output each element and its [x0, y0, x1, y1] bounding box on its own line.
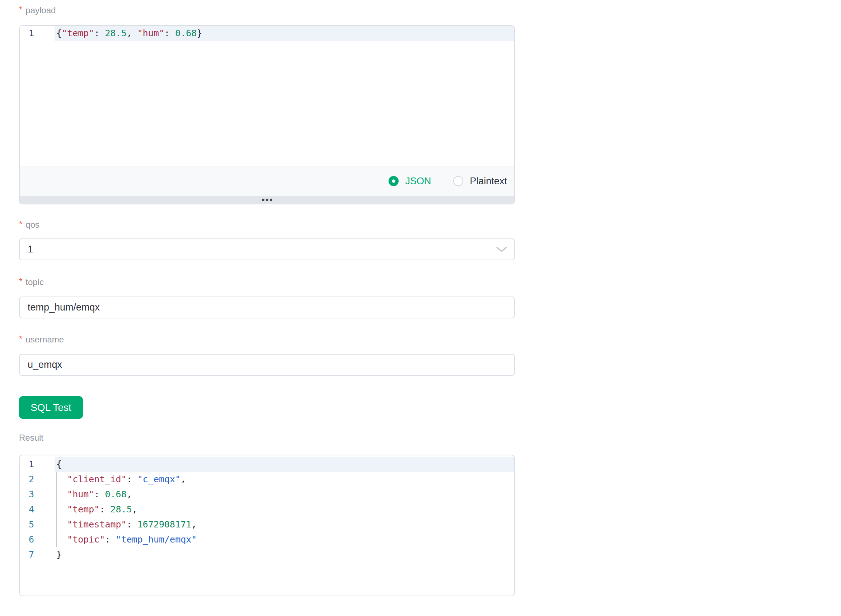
payload-format-bar: JSON Plaintext	[20, 166, 514, 196]
ellipsis-drag-handle-icon	[266, 199, 268, 201]
line-number: 6	[20, 532, 54, 547]
indent-guide	[56, 472, 57, 547]
required-mark: *	[19, 219, 22, 229]
ellipsis-drag-handle-icon	[270, 199, 272, 201]
radio-label-plaintext: Plaintext	[470, 176, 507, 187]
username-input[interactable]	[19, 354, 515, 376]
code-line: 2 "client_id": "c_emqx",	[20, 472, 514, 487]
payload-label-text: payload	[25, 5, 56, 16]
result-label: Result	[19, 433, 515, 443]
chevron-down-icon	[496, 247, 507, 252]
qos-select[interactable]: 1	[19, 238, 515, 260]
code-line: 5 "timestamp": 1672908171,	[20, 517, 514, 532]
line-number: 3	[20, 487, 54, 502]
qos-select-value: 1	[28, 244, 33, 255]
code-line: 1{	[20, 457, 514, 472]
code-line: 1{"temp": 28.5, "hum": 0.68}	[20, 26, 514, 41]
qos-label-text: qos	[25, 219, 40, 230]
required-mark: *	[19, 4, 22, 15]
radio-label-json: JSON	[405, 176, 431, 187]
payload-field-label: * payload	[19, 5, 515, 16]
payload-editor: 1{"temp": 28.5, "hum": 0.68} JSON Plaint…	[19, 25, 515, 204]
radio-unchecked-icon	[453, 176, 463, 186]
line-number: 2	[20, 472, 54, 487]
ellipsis-drag-handle-icon	[262, 199, 265, 201]
result-editor-lines[interactable]: 1{2 "client_id": "c_emqx",3 "hum": 0.68,…	[20, 455, 514, 595]
qos-field-label: * qos	[19, 219, 515, 230]
result-label-text: Result	[19, 433, 43, 443]
payload-editor-lines[interactable]: 1{"temp": 28.5, "hum": 0.68}	[20, 26, 514, 166]
line-number: 1	[20, 26, 54, 41]
username-label-text: username	[25, 334, 64, 345]
editor-resize-handle[interactable]	[20, 196, 514, 204]
topic-label-text: topic	[25, 277, 44, 287]
result-editor: 1{2 "client_id": "c_emqx",3 "hum": 0.68,…	[19, 455, 515, 596]
line-number: 7	[20, 547, 54, 562]
username-field-label: * username	[19, 334, 515, 345]
sql-test-button[interactable]: SQL Test	[19, 396, 83, 419]
code-line: 4 "temp": 28.5,	[20, 502, 514, 517]
code-line: 7}	[20, 547, 514, 562]
payload-format-plaintext-radio[interactable]: Plaintext	[453, 176, 507, 187]
line-number: 1	[20, 457, 54, 472]
rule-sql-test-form: * payload 1{"temp": 28.5, "hum": 0.68} J…	[0, 0, 841, 616]
required-mark: *	[19, 276, 22, 287]
payload-format-json-radio[interactable]: JSON	[388, 176, 431, 187]
code-line: 3 "hum": 0.68,	[20, 487, 514, 502]
line-number: 4	[20, 502, 54, 517]
radio-checked-icon	[388, 176, 398, 186]
code-line: 6 "topic": "temp_hum/emqx"	[20, 532, 514, 547]
topic-input[interactable]	[19, 296, 515, 318]
required-mark: *	[19, 333, 22, 344]
line-number: 5	[20, 517, 54, 532]
topic-field-label: * topic	[19, 277, 515, 287]
